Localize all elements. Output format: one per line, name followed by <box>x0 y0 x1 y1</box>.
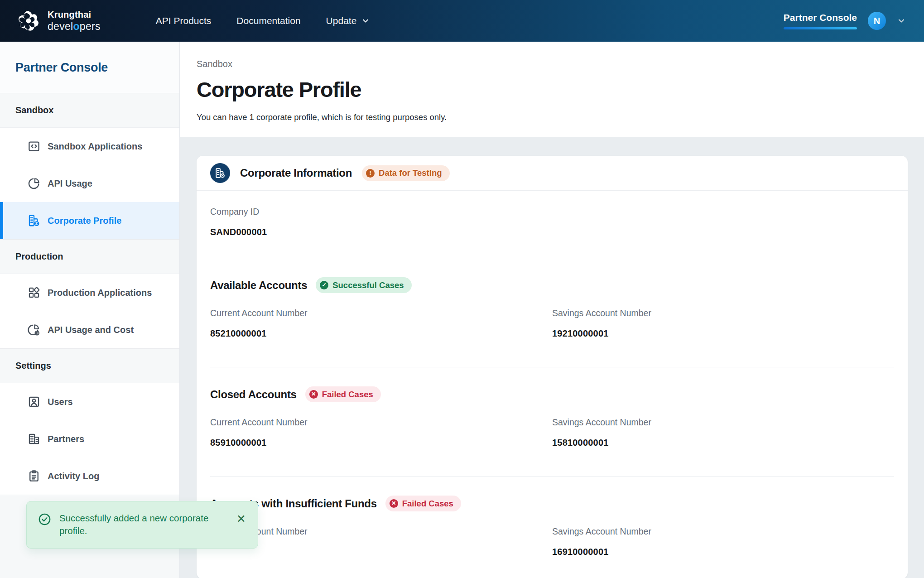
nav-partner-console[interactable]: Partner Console <box>784 12 857 29</box>
brand-line1: Krungthai <box>48 10 101 20</box>
sidebar-item-label: Users <box>48 397 73 407</box>
sidebar-item-label: Partners <box>48 434 84 444</box>
sidebar: Partner Console Sandbox Sandbox Applicat… <box>0 42 180 578</box>
user-avatar[interactable]: N <box>868 12 886 30</box>
corporate-information-card: Corporate Information ! Data for Testing… <box>197 156 908 578</box>
field-label: Savings Account Number <box>552 417 894 428</box>
field-value <box>210 547 552 557</box>
account-fields: Current Account Number 85910000001 Savin… <box>210 417 894 448</box>
field-value: 19210000001 <box>552 328 894 339</box>
company-id-block: Company ID SAND000001 <box>210 191 894 258</box>
sidebar-section-production: Production <box>0 239 179 274</box>
brand-line2: developers <box>48 20 101 33</box>
nav-update[interactable]: Update <box>326 15 371 26</box>
current-account-field: Current Account Number <box>210 526 552 557</box>
breadcrumb[interactable]: Sandbox <box>197 59 924 69</box>
section-title: Closed Accounts <box>210 388 297 401</box>
sidebar-item-production-applications[interactable]: Production Applications <box>0 274 179 311</box>
sidebar-section-sandbox: Sandbox <box>0 93 179 128</box>
svg-text:$: $ <box>36 332 38 335</box>
field-label: Current Account Number <box>210 417 552 428</box>
sidebar-item-api-usage[interactable]: API Usage <box>0 165 179 202</box>
badge-label: Data for Testing <box>379 168 442 178</box>
failed-cases-badge: ✕ Failed Cases <box>305 386 381 402</box>
badge-label: Failed Cases <box>402 499 453 509</box>
corporate-information-icon <box>210 163 230 183</box>
badge-label: Successful Cases <box>332 280 404 290</box>
nav-documentation[interactable]: Documentation <box>236 15 300 26</box>
field-value: 15810000001 <box>552 438 894 448</box>
grid-apps-icon <box>27 286 41 299</box>
sidebar-section-settings: Settings <box>0 348 179 383</box>
page-header: Sandbox Corporate Profile You can have 1… <box>180 42 924 137</box>
sidebar-item-label: Activity Log <box>48 471 99 482</box>
brand-text: Krungthai developers <box>48 10 101 33</box>
navbar-right: Partner Console N <box>784 12 906 30</box>
company-id-value: SAND000001 <box>210 227 894 237</box>
sidebar-item-sandbox-applications[interactable]: Sandbox Applications <box>0 128 179 165</box>
page-title: Corporate Profile <box>197 77 924 102</box>
check-circle-icon <box>38 512 52 526</box>
sidebar-item-corporate-profile[interactable]: Corporate Profile <box>0 202 179 239</box>
savings-account-field: Savings Account Number 19210000001 <box>552 308 894 339</box>
nav-api-products[interactable]: API Products <box>156 15 212 26</box>
badge-label: Failed Cases <box>322 390 373 400</box>
chevron-down-icon <box>361 16 370 25</box>
successful-cases-badge: ✓ Successful Cases <box>316 277 411 293</box>
brand-o-accent: o <box>73 20 79 32</box>
page-body: Corporate Information ! Data for Testing… <box>180 137 924 578</box>
account-fields: Current Account Number Savings Account N… <box>210 526 894 557</box>
company-id-label: Company ID <box>210 207 894 217</box>
sidebar-title: Partner Console <box>0 42 179 93</box>
pie-chart-dollar-icon: $ <box>27 323 41 337</box>
page-subtitle: You can have 1 corporate profile, which … <box>197 112 924 122</box>
section-header: Available Accounts ✓ Successful Cases <box>210 277 894 293</box>
clipboard-log-icon <box>27 469 41 483</box>
sidebar-item-partners[interactable]: Partners <box>0 420 179 458</box>
cross-icon: ✕ <box>390 499 398 508</box>
field-label: Savings Account Number <box>552 526 894 537</box>
partner-console-active-underline <box>784 27 857 29</box>
insufficient-funds-section: Accounts with Insufficient Funds ✕ Faile… <box>210 477 894 578</box>
failed-cases-badge: ✕ Failed Cases <box>385 496 461 511</box>
current-account-field: Current Account Number 85210000001 <box>210 308 552 339</box>
code-brackets-icon <box>27 140 41 153</box>
section-title: Available Accounts <box>210 279 307 292</box>
available-accounts-section: Available Accounts ✓ Successful Cases Cu… <box>210 258 894 367</box>
main-nav: API Products Documentation Update <box>156 15 371 26</box>
user-badge-icon <box>27 395 41 409</box>
success-toast: Successfully added a new corporate profi… <box>26 501 258 549</box>
sidebar-item-activity-log[interactable]: Activity Log <box>0 458 179 495</box>
sidebar-item-label: API Usage <box>48 178 92 189</box>
brand-logo[interactable]: Krungthai developers <box>15 8 101 34</box>
field-label: Current Account Number <box>210 308 552 318</box>
nav-update-label: Update <box>326 15 357 26</box>
sidebar-item-api-usage-and-cost[interactable]: $ API Usage and Cost <box>0 311 179 348</box>
account-chevron-down-icon[interactable] <box>897 16 906 25</box>
krungthai-bird-icon <box>15 8 42 34</box>
cross-icon: ✕ <box>309 390 318 399</box>
top-navbar: Krungthai developers API Products Docume… <box>0 0 924 42</box>
savings-account-field: Savings Account Number 15810000001 <box>552 417 894 448</box>
section-header: Closed Accounts ✕ Failed Cases <box>210 386 894 402</box>
closed-accounts-section: Closed Accounts ✕ Failed Cases Current A… <box>210 367 894 477</box>
field-value: 85210000001 <box>210 328 552 339</box>
field-value: 16910000001 <box>552 547 894 557</box>
main-content: Sandbox Corporate Profile You can have 1… <box>180 42 924 578</box>
sidebar-item-users[interactable]: Users <box>0 383 179 420</box>
sidebar-item-label: Production Applications <box>48 288 152 298</box>
card-body: Company ID SAND000001 Available Accounts… <box>197 191 908 578</box>
section-header: Accounts with Insufficient Funds ✕ Faile… <box>210 496 894 511</box>
field-label: Current Account Number <box>210 526 552 537</box>
card-title: Corporate Information <box>240 167 352 179</box>
sidebar-item-label: Corporate Profile <box>48 216 121 226</box>
data-for-testing-badge: ! Data for Testing <box>362 165 449 181</box>
corporate-building-icon <box>27 214 41 227</box>
current-account-field: Current Account Number 85910000001 <box>210 417 552 448</box>
savings-account-field: Savings Account Number 16910000001 <box>552 526 894 557</box>
card-header: Corporate Information ! Data for Testing <box>197 156 908 191</box>
sidebar-item-label: Sandbox Applications <box>48 141 142 152</box>
pie-chart-icon <box>27 177 41 190</box>
field-label: Savings Account Number <box>552 308 894 318</box>
toast-close-button[interactable]: ✕ <box>234 512 249 526</box>
